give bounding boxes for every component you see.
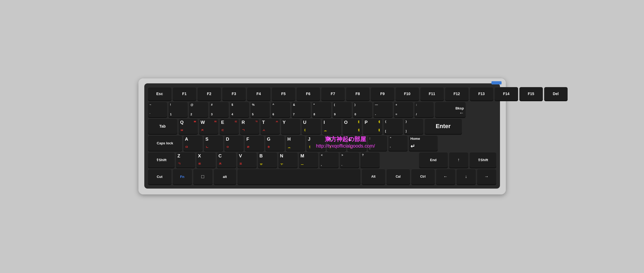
key-down[interactable]: ↓ xyxy=(457,169,476,184)
key-f7[interactable]: F7 xyxy=(321,87,345,100)
key-backtick[interactable]: ~ ` xyxy=(148,102,167,117)
key-minus[interactable]: — - xyxy=(374,102,393,117)
key-f10[interactable]: F10 xyxy=(396,87,419,100)
key-f15[interactable]: F15 xyxy=(519,87,543,100)
key-r[interactable]: R ㄲ ㄱ xyxy=(240,119,259,134)
bottom-row: Cut Fn □ alt Alt Cal Ctrl ← ↓ → xyxy=(148,169,496,184)
key-f5[interactable]: F5 xyxy=(272,87,295,100)
key-u[interactable]: U ㅕ xyxy=(302,119,321,134)
key-shift-right[interactable]: ⇧Shift xyxy=(470,152,496,168)
blue-indicator xyxy=(491,81,502,84)
key-f9[interactable]: F9 xyxy=(371,87,394,100)
key-alt[interactable]: alt xyxy=(214,169,236,184)
key-alt-right[interactable]: Alt xyxy=(362,169,385,184)
key-1[interactable]: ! 1 xyxy=(169,102,188,117)
key-i[interactable]: I ㅛ xyxy=(322,119,341,134)
key-9[interactable]: ( 9 xyxy=(333,102,352,117)
key-equals[interactable]: + = xyxy=(394,102,413,117)
watermark-area: 東方神起の部屋 http://tvxqofficialgoods.com/ xyxy=(381,152,418,168)
key-cal[interactable]: Cal xyxy=(387,169,410,184)
key-cut[interactable]: Cut xyxy=(148,169,171,184)
key-5[interactable]: % 5 xyxy=(251,102,270,117)
key-shift-left[interactable]: ⇧Shift xyxy=(148,152,175,168)
key-6[interactable]: ^ 6 xyxy=(271,102,290,117)
key-end[interactable]: End xyxy=(419,152,448,168)
key-3[interactable]: # 3 xyxy=(210,102,229,117)
keyboard-body: Esc F1 F2 F3 F4 F5 F6 F7 F8 F9 F10 F11 F… xyxy=(144,83,500,189)
key-backspace[interactable]: Bksp ← xyxy=(435,102,466,117)
key-8[interactable]: * 8 xyxy=(312,102,331,117)
key-c[interactable]: C ㅊ xyxy=(217,152,236,168)
key-j[interactable]: J ㅓ xyxy=(306,135,326,151)
key-m[interactable]: M ㅡ xyxy=(299,152,318,168)
key-f8[interactable]: F8 xyxy=(346,87,370,100)
key-square[interactable]: □ xyxy=(193,169,212,184)
key-f1[interactable]: F1 xyxy=(173,87,196,100)
key-period[interactable]: > . xyxy=(340,152,359,168)
key-w[interactable]: W ㅉ ㅈ xyxy=(199,119,218,134)
home-row: Caps lock A ㅁ S ㄴ D ㅇ F ㄹ G xyxy=(148,135,496,151)
key-right[interactable]: → xyxy=(477,169,496,184)
key-f[interactable]: F ㄹ xyxy=(245,135,264,151)
key-f4[interactable]: F4 xyxy=(247,87,270,100)
key-esc[interactable]: Esc xyxy=(148,87,171,100)
keyboard-container: Esc F1 F2 F3 F4 F5 F6 F7 F8 F9 F10 F11 F… xyxy=(138,79,506,194)
number-row: ~ ` ! 1 @ 2 # 3 $ 4 % 5 xyxy=(148,102,496,117)
key-g[interactable]: G ㅎ xyxy=(265,135,285,151)
key-f13[interactable]: F13 xyxy=(470,87,493,100)
key-n[interactable]: N ㅜ xyxy=(278,152,298,168)
key-h[interactable]: H ㅗ xyxy=(286,135,305,151)
key-tab[interactable]: Tab xyxy=(148,119,177,134)
key-quote[interactable]: " ' xyxy=(388,135,408,151)
key-space[interactable] xyxy=(237,169,360,184)
key-q[interactable]: Q ㅃ ㅂ xyxy=(179,119,198,134)
key-e[interactable]: E ㄸ ㄷ xyxy=(220,119,239,134)
key-enter[interactable]: Enter xyxy=(425,119,462,134)
key-comma[interactable]: < , xyxy=(319,152,339,168)
key-slash[interactable]: ? xyxy=(360,152,380,168)
key-x[interactable]: X ㅌ xyxy=(196,152,216,168)
key-colon-slash[interactable]: : / xyxy=(415,102,434,117)
key-up[interactable]: ↑ xyxy=(449,152,468,168)
key-l[interactable]: L ㅣ xyxy=(347,135,367,151)
key-bracket-open[interactable]: { [ xyxy=(384,119,403,134)
key-t[interactable]: T ㅆ ㅅ xyxy=(261,119,280,134)
key-v[interactable]: V ㅍ xyxy=(237,152,257,168)
key-y[interactable]: Y xyxy=(281,119,300,134)
key-home[interactable]: Home ↵ xyxy=(409,135,438,151)
key-del[interactable]: Del xyxy=(544,87,568,100)
key-left[interactable]: ← xyxy=(436,169,455,184)
key-p[interactable]: P ㅖ ㅒ xyxy=(363,119,382,134)
key-a[interactable]: A ㅁ xyxy=(183,135,203,151)
qwerty-row: Tab Q ㅃ ㅂ W ㅉ ㅈ xyxy=(148,119,496,134)
key-s[interactable]: S ㄴ xyxy=(204,135,223,151)
key-o[interactable]: O ㅐ ㅔ xyxy=(343,119,362,134)
shift-row: ⇧Shift Z ㄱ X ㅌ C ㅊ V ㅍ B xyxy=(148,152,496,168)
key-z[interactable]: Z ㄱ xyxy=(176,152,195,168)
key-d[interactable]: D ㅇ xyxy=(224,135,244,151)
key-4[interactable]: $ 4 xyxy=(230,102,249,117)
key-ctrl[interactable]: Ctrl xyxy=(411,169,435,184)
key-f3[interactable]: F3 xyxy=(222,87,246,100)
key-f2[interactable]: F2 xyxy=(198,87,221,100)
key-k[interactable]: K ㅏ xyxy=(327,135,346,151)
key-bracket-close[interactable]: } ] xyxy=(404,119,423,134)
key-f14[interactable]: F14 xyxy=(495,87,518,100)
fn-key-row: Esc F1 F2 F3 F4 F5 F6 F7 F8 F9 F10 F11 F… xyxy=(148,87,496,100)
key-f6[interactable]: F6 xyxy=(297,87,320,100)
key-7[interactable]: & 7 xyxy=(292,102,311,117)
key-f11[interactable]: F11 xyxy=(420,87,444,100)
key-fn[interactable]: Fn xyxy=(173,169,192,184)
key-f12[interactable]: F12 xyxy=(445,87,469,100)
key-caps-lock[interactable]: Caps lock xyxy=(148,135,182,151)
key-b[interactable]: B ㅠ xyxy=(258,152,277,168)
key-semicolon[interactable]: : ; xyxy=(368,135,387,151)
key-0[interactable]: ) 0 xyxy=(353,102,372,117)
key-2[interactable]: @ 2 xyxy=(189,102,208,117)
